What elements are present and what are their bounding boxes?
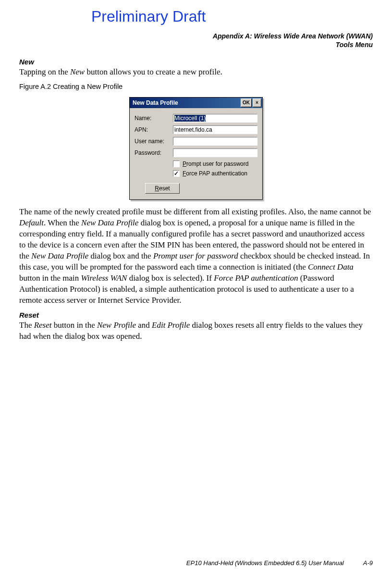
text: Tapping on the — [19, 67, 70, 76]
section-title-new: New — [19, 58, 373, 66]
name-field[interactable]: Microcell (1) — [173, 114, 257, 123]
username-field[interactable] — [173, 137, 257, 146]
close-button[interactable]: × — [253, 99, 261, 107]
section-title-reset: Reset — [19, 311, 373, 319]
force-pap-label: Force PAP authentication — [183, 170, 247, 177]
password-label: Password: — [135, 149, 173, 156]
watermark-text: Preliminary Draft — [91, 8, 206, 25]
dialog-body: Name: Microcell (1) APN: User name: Pass… — [130, 108, 262, 199]
figure-wrap: New Data Profile OK × Name: Microcell (1… — [19, 97, 373, 200]
name-field-value: Microcell (1) — [174, 115, 206, 122]
paragraph-new-details: The name of the newly created profile mu… — [19, 207, 373, 306]
password-field[interactable] — [173, 148, 257, 157]
page-header: Appendix A: Wireless Wide Area Network (… — [19, 32, 373, 49]
username-label: User name: — [135, 138, 173, 145]
text-italic: New — [70, 67, 85, 76]
new-data-profile-dialog: New Data Profile OK × Name: Microcell (1… — [129, 97, 263, 200]
dialog-title: New Data Profile — [133, 99, 178, 106]
footer-page-number: A-9 — [363, 559, 373, 567]
force-pap-checkbox[interactable]: ✓ — [173, 170, 180, 177]
dialog-titlebar: New Data Profile OK × — [130, 98, 262, 108]
text: button allows you to create a new profil… — [85, 67, 222, 76]
reset-button[interactable]: Reset — [145, 183, 180, 194]
header-line-2: Tools Menu — [19, 40, 373, 49]
figure-caption: Figure A.2 Creating a New Profile — [19, 83, 373, 90]
prompt-password-checkbox[interactable] — [173, 161, 180, 167]
apn-field[interactable] — [173, 125, 257, 134]
prompt-password-row[interactable]: Prompt user for password — [173, 159, 257, 169]
prompt-password-label: Prompt user for password — [183, 161, 248, 167]
header-line-1: Appendix A: Wireless Wide Area Network (… — [19, 32, 373, 40]
paragraph-new-intro: Tapping on the New button allows you to … — [19, 67, 373, 78]
footer-manual-title: EP10 Hand-Held (Windows Embedded 6.5) Us… — [186, 559, 344, 567]
force-pap-row[interactable]: ✓ Force PAP authentication — [173, 169, 257, 178]
paragraph-reset: The Reset button in the New Profile and … — [19, 320, 373, 342]
apn-label: APN: — [135, 126, 173, 133]
ok-button[interactable]: OK — [241, 99, 252, 107]
name-label: Name: — [135, 115, 173, 122]
page-footer: EP10 Hand-Held (Windows Embedded 6.5) Us… — [19, 559, 373, 567]
